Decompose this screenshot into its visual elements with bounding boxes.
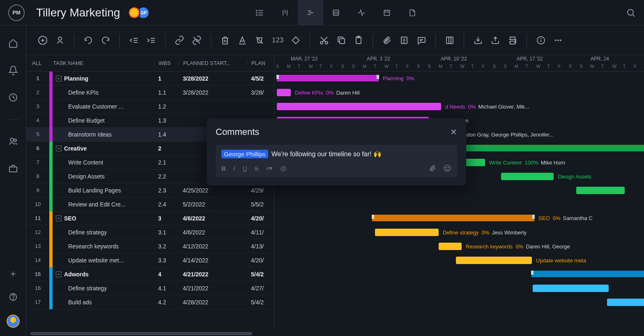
home-icon[interactable]: [8, 38, 18, 49]
copy-icon[interactable]: [336, 35, 346, 45]
view-board-icon[interactable]: [272, 0, 298, 25]
avatar-1[interactable]: [128, 7, 140, 19]
strike-icon[interactable]: S: [255, 165, 259, 172]
link-icon[interactable]: [175, 35, 184, 45]
view-activity-icon[interactable]: [349, 0, 374, 25]
help-icon[interactable]: [8, 292, 18, 302]
search-icon[interactable]: [626, 8, 636, 18]
col-all[interactable]: ALL: [26, 60, 49, 66]
plus-icon[interactable]: [8, 269, 18, 279]
gantt-bar[interactable]: SEO 0%Samantha C: [372, 215, 534, 221]
print-icon[interactable]: [508, 35, 518, 45]
number-label[interactable]: 123: [272, 36, 283, 44]
svg-point-70: [560, 39, 561, 41]
expand-toggle[interactable]: −: [56, 146, 62, 151]
view-gantt-icon[interactable]: [298, 0, 323, 25]
gantt-bar[interactable]: Define strategy 0%Jess Wimberly: [375, 229, 439, 236]
add-task-icon[interactable]: [38, 35, 48, 45]
svg-point-19: [628, 9, 633, 15]
export-icon[interactable]: [490, 35, 500, 45]
table-row[interactable]: 17 Build ads 4.2 4/28/2022 5/4/2: [26, 295, 274, 309]
view-list-icon[interactable]: [247, 0, 272, 25]
undo-icon[interactable]: [83, 35, 93, 45]
paste-icon[interactable]: [354, 35, 363, 45]
cut-icon[interactable]: [319, 35, 329, 45]
comment-icon[interactable]: [416, 35, 426, 45]
attach-file-icon[interactable]: [428, 164, 437, 172]
gantt-bar[interactable]: Define KPIs 0%Daren Hill: [277, 89, 291, 96]
list-icon[interactable]: ≡▾: [266, 165, 273, 172]
trash-icon[interactable]: [220, 35, 230, 45]
col-task[interactable]: TASK NAME: [49, 60, 154, 66]
team-icon[interactable]: [8, 136, 18, 147]
gantt-bar[interactable]: Research keywords 0%Daren Hill, George: [439, 243, 462, 250]
comment-body-text[interactable]: We're following our timeline so far! 🙌: [271, 150, 382, 158]
gantt-bar[interactable]: [533, 285, 609, 292]
note-icon[interactable]: [399, 35, 409, 45]
col-wbs[interactable]: WBS: [154, 60, 179, 66]
comment-input[interactable]: George Phillips We're following our time…: [216, 145, 457, 177]
horizontal-scrollbar[interactable]: [26, 331, 644, 336]
table-row[interactable]: 11 − SEO 3 4/6/2022 4/20/: [26, 211, 274, 225]
outdent-icon[interactable]: [129, 35, 139, 45]
milestone-icon[interactable]: [291, 35, 301, 45]
table-row[interactable]: 3 Evaluate Customer ... 1.2: [26, 100, 274, 114]
view-sheet-icon[interactable]: [323, 0, 349, 25]
table-row[interactable]: 2 Define KPIs 1.1 3/28/2022 3/28/: [26, 86, 274, 100]
svg-rect-50: [340, 39, 345, 44]
underline-icon[interactable]: U: [243, 165, 247, 172]
close-icon[interactable]: ✕: [450, 127, 457, 137]
clock-icon[interactable]: [8, 92, 18, 103]
assign-icon[interactable]: [55, 35, 65, 45]
gantt-bar[interactable]: Planning 0%: [277, 75, 379, 81]
indent-icon[interactable]: [146, 35, 156, 45]
table-row[interactable]: 14 Update website met... 3.3 4/14/2022 4…: [26, 253, 274, 267]
text-color-icon[interactable]: [237, 35, 247, 45]
table-row[interactable]: 9 Build Landing Pages 2.3 4/25/2022 4/29…: [26, 183, 274, 197]
gantt-bar[interactable]: Update website meta: [456, 257, 532, 264]
expand-toggle[interactable]: −: [56, 216, 62, 221]
table-row[interactable]: 13 Research keywords 3.2 4/12/2022 4/13/: [26, 239, 274, 253]
expand-toggle[interactable]: −: [56, 271, 62, 277]
gantt-bar[interactable]: d Needs 0%Michael Glover, Mik...: [277, 103, 441, 110]
info-icon[interactable]: [536, 35, 546, 45]
gantt-timeline-header: MAR, 27 '22APR, 3 '22APR, 10 '22APR, 17 …: [274, 55, 644, 72]
table-row[interactable]: 12 Define strategy 3.1 4/6/2022 4/11/: [26, 225, 274, 239]
emoji-icon[interactable]: [443, 164, 451, 172]
col-start[interactable]: PLANNED START...: [179, 60, 247, 66]
scrollbar-thumb[interactable]: [30, 332, 252, 335]
table-row[interactable]: 15 − Adwords 4 4/21/2022 5/4/2: [26, 267, 274, 281]
view-calendar-icon[interactable]: [374, 0, 400, 25]
gantt-bar[interactable]: [576, 187, 625, 194]
table-row[interactable]: 1 − Planning 1 3/28/2022 4/5/2: [26, 72, 274, 86]
columns-icon[interactable]: [445, 35, 455, 45]
collaborator-avatars[interactable]: GP: [128, 7, 146, 19]
gantt-bar[interactable]: [531, 271, 644, 277]
gantt-bar[interactable]: Design Assets: [501, 173, 554, 180]
view-file-icon[interactable]: [400, 0, 425, 25]
mention-tag[interactable]: George Phillips: [221, 150, 268, 158]
app-logo[interactable]: PM: [8, 5, 25, 21]
briefcase-icon[interactable]: [8, 163, 18, 174]
svg-point-23: [14, 139, 16, 141]
bell-icon[interactable]: [8, 65, 18, 76]
more-icon[interactable]: [553, 35, 563, 45]
svg-rect-15: [384, 10, 389, 15]
bold-icon[interactable]: B: [221, 165, 226, 172]
rail-divider: [7, 119, 19, 120]
clear-format-icon[interactable]: [255, 35, 264, 45]
table-row[interactable]: 10 Review and Edit Cre... 2.4 5/2/2022 5…: [26, 197, 274, 211]
italic-icon[interactable]: I: [233, 165, 235, 172]
gantt-bar[interactable]: [607, 299, 644, 306]
table-row[interactable]: 16 Define strategy 4.1 4/21/2022 4/27/: [26, 281, 274, 295]
expand-toggle[interactable]: −: [56, 76, 62, 81]
gantt-chart[interactable]: MAR, 27 '22APR, 3 '22APR, 10 '22APR, 17 …: [274, 55, 644, 336]
mention-icon[interactable]: @: [280, 165, 286, 172]
user-avatar[interactable]: [7, 315, 20, 328]
attach-icon[interactable]: [382, 35, 392, 45]
unlink-icon[interactable]: [192, 35, 202, 45]
svg-rect-45: [292, 37, 299, 44]
col-end[interactable]: PLAN: [247, 60, 274, 66]
import-icon[interactable]: [473, 35, 483, 45]
redo-icon[interactable]: [101, 35, 110, 45]
